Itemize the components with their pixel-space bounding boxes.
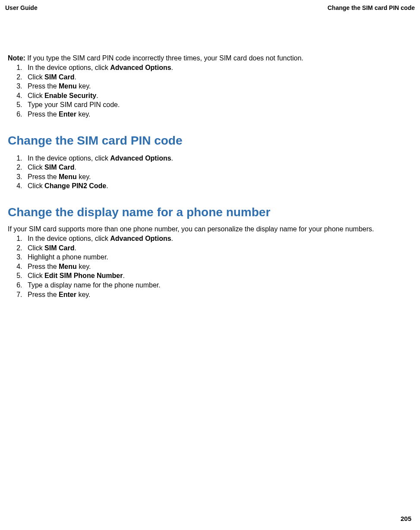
list-item: Type your SIM card PIN code.	[24, 100, 412, 110]
list-item: In the device options, click Advanced Op…	[24, 154, 412, 163]
step-suffix: .	[171, 64, 173, 71]
step-bold: Enter	[59, 110, 76, 118]
step-suffix: key.	[77, 82, 91, 90]
step-prefix: Press the	[28, 173, 59, 180]
step-suffix: key.	[77, 263, 91, 270]
list-item: In the device options, click Advanced Op…	[24, 234, 412, 243]
list-item: Click Edit SIM Phone Number.	[24, 271, 412, 281]
step-suffix: .	[123, 272, 124, 279]
list-item: Click SIM Card.	[24, 163, 412, 172]
step-bold: Menu	[59, 82, 77, 90]
step-prefix: Press the	[28, 82, 59, 90]
step-suffix: key.	[77, 173, 91, 180]
step-prefix: Press the	[28, 291, 59, 298]
page-number: 205	[401, 515, 411, 522]
step-prefix: Type a display name for the phone number…	[28, 281, 161, 289]
step-suffix: .	[74, 244, 76, 252]
list-item: Click Change PIN2 Code.	[24, 181, 412, 191]
list-item: Click Enable Security.	[24, 91, 412, 101]
list-item: Press the Enter key.	[24, 290, 412, 300]
list-item: Press the Menu key.	[24, 262, 412, 271]
section2-steps: In the device options, click Advanced Op…	[8, 234, 412, 299]
step-bold: Enter	[59, 291, 76, 298]
list-item: Press the Menu key.	[24, 172, 412, 182]
step-prefix: Press the	[28, 263, 59, 270]
step-bold: Enable Security	[44, 92, 96, 99]
step-bold: SIM Card	[44, 244, 74, 252]
step-bold: Menu	[59, 173, 77, 180]
step-prefix: Click	[28, 272, 44, 279]
step-prefix: Click	[28, 73, 44, 81]
step-bold: Menu	[59, 263, 77, 270]
section2-intro: If your SIM card supports more than one …	[8, 225, 412, 233]
section1-heading: Change the SIM card PIN code	[8, 134, 412, 148]
note-paragraph: Note: If you type the SIM card PIN code …	[8, 54, 412, 62]
step-prefix: Highlight a phone number.	[28, 253, 108, 261]
step-prefix: Press the	[28, 110, 59, 118]
step-prefix: In the device options, click	[28, 235, 110, 242]
step-bold: Advanced Options	[110, 235, 171, 242]
step-suffix: key.	[76, 291, 91, 298]
step-prefix: Type your SIM card PIN code.	[28, 101, 120, 108]
list-item: Click SIM Card.	[24, 73, 412, 82]
step-suffix: .	[96, 92, 98, 99]
page-header: User Guide Change the SIM card PIN code	[0, 0, 420, 11]
note-text: If you type the SIM card PIN code incorr…	[25, 54, 303, 62]
header-left: User Guide	[5, 4, 38, 11]
step-prefix: Click	[28, 92, 44, 99]
section2-heading: Change the display name for a phone numb…	[8, 205, 412, 219]
step-suffix: .	[74, 164, 76, 171]
header-right: Change the SIM card PIN code	[328, 4, 415, 11]
step-bold: Advanced Options	[110, 155, 171, 162]
list-item: Click SIM Card.	[24, 243, 412, 253]
step-prefix: In the device options, click	[28, 155, 110, 162]
step-prefix: Click	[28, 244, 44, 252]
step-suffix: .	[171, 155, 173, 162]
step-suffix: .	[171, 235, 173, 242]
list-item: In the device options, click Advanced Op…	[24, 63, 412, 73]
step-suffix: key.	[76, 110, 91, 118]
list-item: Type a display name for the phone number…	[24, 281, 412, 290]
step-suffix: .	[106, 182, 108, 189]
step-bold: Change PIN2 Code	[44, 182, 106, 189]
list-item: Press the Menu key.	[24, 82, 412, 91]
section0-steps: In the device options, click Advanced Op…	[8, 63, 412, 119]
note-label: Note:	[8, 54, 25, 62]
step-bold: Advanced Options	[110, 64, 171, 71]
step-bold: SIM Card	[44, 73, 74, 81]
step-suffix: .	[74, 73, 76, 81]
list-item: Highlight a phone number.	[24, 252, 412, 262]
step-prefix: In the device options, click	[28, 64, 110, 71]
step-prefix: Click	[28, 182, 44, 189]
page-content: Note: If you type the SIM card PIN code …	[0, 54, 420, 299]
step-bold: SIM Card	[44, 164, 74, 171]
section1-steps: In the device options, click Advanced Op…	[8, 154, 412, 191]
list-item: Press the Enter key.	[24, 110, 412, 119]
step-bold: Edit SIM Phone Number	[44, 272, 123, 279]
step-prefix: Click	[28, 164, 44, 171]
